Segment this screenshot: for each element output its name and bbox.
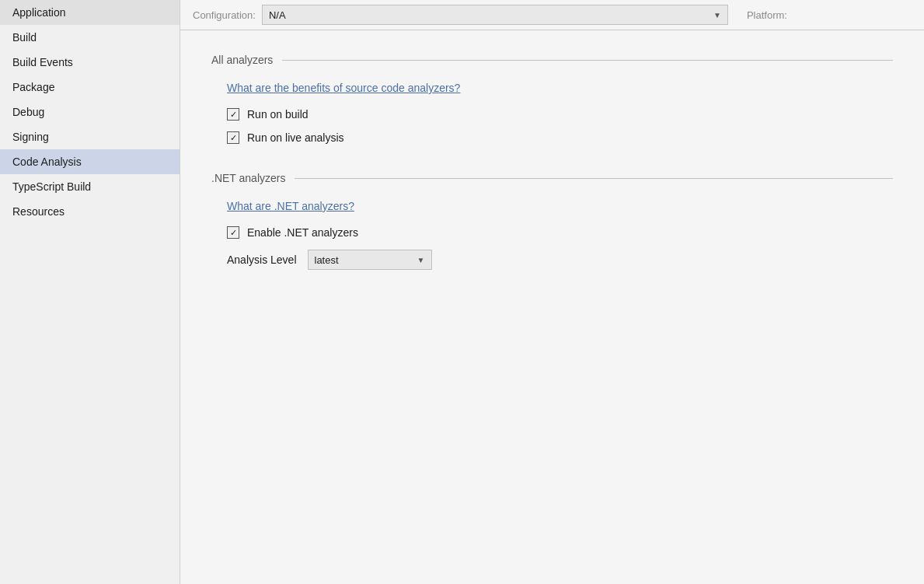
section-divider bbox=[282, 60, 893, 61]
section-divider-2 bbox=[295, 178, 893, 179]
source-code-analyzers-link[interactable]: What are the benefits of source code ana… bbox=[227, 82, 893, 94]
run-on-build-label: Run on build bbox=[247, 108, 309, 121]
net-analyzers-link[interactable]: What are .NET analyzers? bbox=[227, 200, 893, 212]
sidebar-item-typescript-build[interactable]: TypeScript Build bbox=[0, 174, 180, 199]
run-on-live-analysis-checkbox[interactable]: ✓ bbox=[227, 131, 239, 144]
checkmark-icon-2: ✓ bbox=[230, 134, 237, 142]
sidebar-item-build[interactable]: Build bbox=[0, 25, 180, 50]
all-analyzers-section: All analyzers What are the benefits of s… bbox=[211, 54, 893, 144]
enable-net-analyzers-row: ✓ Enable .NET analyzers bbox=[227, 226, 893, 239]
run-on-live-analysis-label: Run on live analysis bbox=[247, 131, 344, 144]
platform-label: Platform: bbox=[747, 9, 787, 21]
sidebar-item-package[interactable]: Package bbox=[0, 75, 180, 100]
analysis-level-label: Analysis Level bbox=[227, 254, 297, 266]
enable-net-analyzers-label: Enable .NET analyzers bbox=[247, 226, 358, 239]
analysis-level-row: Analysis Level latest ▼ bbox=[227, 250, 893, 270]
enable-net-analyzers-checkbox[interactable]: ✓ bbox=[227, 226, 239, 239]
sidebar-item-signing[interactable]: Signing bbox=[0, 124, 180, 149]
configuration-label: Configuration: bbox=[193, 9, 256, 21]
net-analyzers-section: .NET analyzers What are .NET analyzers? … bbox=[211, 172, 893, 270]
sidebar-item-application[interactable]: Application bbox=[0, 0, 180, 25]
analysis-level-dropdown[interactable]: latest ▼ bbox=[308, 250, 432, 270]
chevron-down-icon-2: ▼ bbox=[417, 256, 425, 264]
net-analyzers-content: What are .NET analyzers? ✓ Enable .NET a… bbox=[227, 200, 893, 270]
run-on-build-row: ✓ Run on build bbox=[227, 108, 893, 121]
chevron-down-icon: ▼ bbox=[713, 11, 721, 19]
sidebar-item-code-analysis[interactable]: Code Analysis bbox=[0, 149, 180, 174]
content-area: All analyzers What are the benefits of s… bbox=[180, 30, 924, 584]
sidebar-item-build-events[interactable]: Build Events bbox=[0, 50, 180, 75]
sidebar-item-resources[interactable]: Resources bbox=[0, 199, 180, 224]
checkmark-icon-3: ✓ bbox=[230, 229, 237, 237]
all-analyzers-content: What are the benefits of source code ana… bbox=[227, 82, 893, 144]
run-on-build-checkbox[interactable]: ✓ bbox=[227, 108, 239, 121]
configuration-value: N/A bbox=[269, 9, 286, 21]
net-analyzers-title: .NET analyzers bbox=[211, 172, 285, 184]
analysis-level-value: latest bbox=[315, 254, 339, 266]
checkmark-icon: ✓ bbox=[230, 110, 237, 119]
net-analyzers-header: .NET analyzers bbox=[211, 172, 893, 184]
sidebar-item-debug[interactable]: Debug bbox=[0, 100, 180, 124]
main-content: Configuration: N/A ▼ Platform: All analy… bbox=[180, 0, 924, 584]
sidebar: ApplicationBuildBuild EventsPackageDebug… bbox=[0, 0, 180, 584]
top-bar: Configuration: N/A ▼ Platform: bbox=[180, 0, 924, 30]
all-analyzers-header: All analyzers bbox=[211, 54, 893, 66]
configuration-dropdown[interactable]: N/A ▼ bbox=[262, 5, 728, 25]
all-analyzers-title: All analyzers bbox=[211, 54, 273, 66]
run-on-live-analysis-row: ✓ Run on live analysis bbox=[227, 131, 893, 144]
